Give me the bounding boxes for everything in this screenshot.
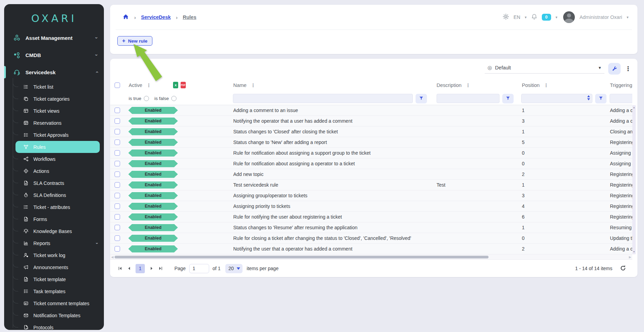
chevron-down-icon[interactable]: ▾	[556, 15, 558, 20]
bell-icon[interactable]	[531, 13, 537, 21]
row-checkbox[interactable]	[115, 129, 120, 134]
table-row[interactable]: Enabled Rule for notifying the user abou…	[110, 212, 632, 222]
table-row[interactable]: Enabled Status changes to 'Resume' after…	[110, 222, 632, 233]
column-header-name[interactable]: Name	[233, 82, 247, 88]
column-menu-kebab-icon[interactable]: ⋮	[544, 82, 549, 88]
sidebar-section-servicedesk[interactable]: Servicedesk ›	[4, 64, 104, 81]
language-selector[interactable]: EN	[514, 14, 520, 20]
table-row[interactable]: Enabled Rule for notification about assi…	[110, 148, 632, 158]
sidebar-item[interactable]: Announcements	[15, 261, 100, 273]
sidebar-item[interactable]: SLA Definitions	[15, 189, 100, 201]
select-all-checkbox[interactable]	[115, 82, 120, 88]
table-row[interactable]: Enabled Adding a comment to an issue 1 A…	[110, 105, 632, 116]
row-checkbox[interactable]	[115, 161, 120, 166]
horizontal-scrollbar-thumb[interactable]	[115, 256, 489, 258]
description-filter-funnel-icon[interactable]	[502, 94, 514, 103]
first-page-button[interactable]	[116, 264, 125, 273]
scroll-down-icon[interactable]: ▼	[632, 250, 636, 254]
sidebar-item[interactable]: Rules	[15, 141, 100, 153]
table-row[interactable]: Enabled Rule for notification about assi…	[110, 158, 632, 169]
table-row[interactable]: Enabled Rule for closing a ticket after …	[110, 233, 632, 244]
chevron-down-icon[interactable]: ▾	[525, 15, 527, 20]
table-row[interactable]: Enabled Notifying the user that a operat…	[110, 244, 632, 254]
row-checkbox[interactable]	[115, 182, 120, 188]
previous-page-button[interactable]	[125, 264, 133, 273]
grid-settings-button[interactable]	[608, 63, 621, 75]
sidebar-item[interactable]: Workflows	[15, 153, 100, 165]
column-header-active[interactable]: Active	[129, 82, 142, 88]
sidebar-item[interactable]: Ticket views	[15, 105, 100, 117]
last-page-button[interactable]	[156, 264, 165, 273]
scroll-right-icon[interactable]: ▶	[629, 255, 631, 259]
gear-icon[interactable]	[503, 13, 509, 21]
row-checkbox[interactable]	[115, 108, 120, 113]
table-row[interactable]: Enabled Assigning priority to tickets 4 …	[110, 201, 632, 212]
sidebar-item[interactable]: Ticket comment templates	[15, 297, 100, 309]
column-header-triggering-event[interactable]: Triggering e	[610, 82, 632, 88]
grid-menu-kebab-icon[interactable]: ⋮	[624, 65, 632, 73]
scroll-up-icon[interactable]: ▲	[632, 106, 636, 109]
row-checkbox[interactable]	[115, 225, 120, 230]
position-filter-input[interactable]	[521, 94, 592, 103]
name-filter-input[interactable]	[233, 94, 413, 103]
description-filter-input[interactable]	[437, 94, 500, 103]
sidebar-item[interactable]: Knowledge Bases	[15, 225, 100, 237]
row-checkbox[interactable]	[115, 203, 120, 209]
row-checkbox[interactable]	[115, 171, 120, 177]
filter-is-true-radio[interactable]	[144, 96, 149, 101]
row-checkbox[interactable]	[115, 140, 120, 145]
position-stepper[interactable]	[587, 95, 590, 100]
row-checkbox[interactable]	[115, 246, 120, 252]
sidebar-item[interactable]: Ticket list	[15, 81, 100, 93]
row-checkbox[interactable]	[115, 118, 120, 124]
chevron-down-icon[interactable]: ▾	[626, 15, 629, 20]
triggering-filter-input[interactable]	[610, 94, 632, 103]
sidebar-item[interactable]: Forms	[15, 213, 100, 225]
page-number-button[interactable]: 1	[136, 264, 145, 273]
column-header-description[interactable]: Description	[437, 82, 462, 88]
sidebar-item[interactable]: Ticket template	[15, 273, 100, 285]
breadcrumb-link-servicedesk[interactable]: ServiceDesk	[141, 14, 171, 20]
refresh-icon[interactable]	[620, 265, 626, 272]
sidebar-item[interactable]: Notification Templates	[15, 309, 100, 321]
sidebar-section[interactable]: CMDB ›	[4, 46, 104, 64]
home-icon[interactable]	[122, 14, 129, 21]
sidebar-item[interactable]: Ticket categories	[15, 93, 100, 105]
position-filter-funnel-icon[interactable]	[595, 94, 607, 103]
table-row[interactable]: Enabled Status changes to 'Closed' after…	[110, 126, 632, 137]
export-excel-icon[interactable]: X	[173, 82, 178, 88]
row-checkbox[interactable]	[115, 214, 120, 220]
sidebar-item[interactable]: Actions	[15, 165, 100, 177]
view-selector[interactable]: ◎ Default ▼	[485, 64, 604, 74]
sidebar-item[interactable]: Ticket work log	[15, 249, 100, 261]
table-row[interactable]: Enabled Assigning group/operator to tick…	[110, 190, 632, 201]
sidebar-item[interactable]: Reports ›	[15, 237, 100, 249]
sidebar-section[interactable]: Asset Management ›	[4, 29, 104, 46]
export-pdf-icon[interactable]: PDF	[181, 82, 186, 88]
page-size-select[interactable]: 20	[225, 264, 243, 273]
table-row[interactable]: Enabled Test servicedesk rule Test 1 Reg…	[110, 180, 632, 190]
next-page-button[interactable]	[147, 264, 156, 273]
table-row[interactable]: Enabled Add new topic 2 Registering	[110, 169, 632, 180]
notification-count-badge[interactable]: 0	[542, 14, 551, 21]
sidebar-item[interactable]: Task templates	[15, 285, 100, 297]
page-number-input[interactable]	[189, 264, 209, 273]
sidebar-item[interactable]: Ticket Approvals	[15, 129, 100, 141]
column-menu-kebab-icon[interactable]: ⋮	[251, 82, 256, 88]
sidebar-item[interactable]: SLA Contracts	[15, 177, 100, 189]
row-checkbox[interactable]	[115, 235, 120, 241]
sidebar-item[interactable]: Protocols	[15, 321, 100, 330]
table-row[interactable]: Enabled Notifying the operator that a us…	[110, 116, 632, 126]
filter-is-false-radio[interactable]	[171, 96, 176, 101]
vertical-scrollbar[interactable]: ▲ ▼	[632, 105, 636, 254]
avatar[interactable]	[563, 11, 575, 23]
scroll-left-icon[interactable]: ◀	[111, 255, 114, 259]
row-checkbox[interactable]	[115, 193, 120, 198]
column-menu-kebab-icon[interactable]: ⋮	[466, 82, 471, 88]
column-header-position[interactable]: Position	[522, 82, 540, 88]
sidebar-item[interactable]: Reservations	[15, 117, 100, 129]
horizontal-scrollbar[interactable]: ◀ ▶	[110, 254, 632, 260]
table-row[interactable]: Enabled Status change to 'New' after add…	[110, 137, 632, 148]
column-menu-kebab-icon[interactable]: ⋮	[147, 82, 151, 88]
row-checkbox[interactable]	[115, 150, 120, 156]
